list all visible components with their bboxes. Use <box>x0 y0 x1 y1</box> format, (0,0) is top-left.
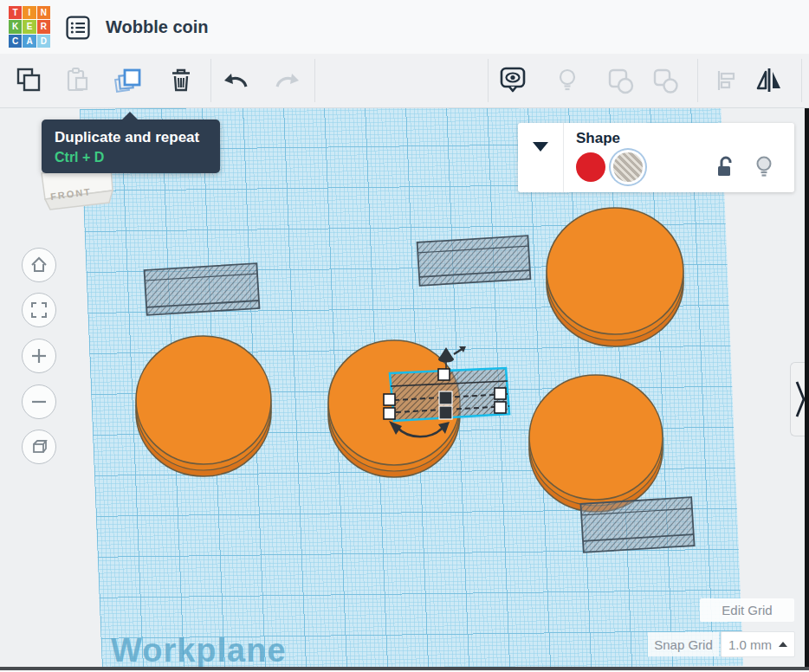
zoom-out-button[interactable] <box>22 384 56 419</box>
align-button[interactable] <box>706 61 746 100</box>
group-icon <box>603 63 637 98</box>
logo-letter: N <box>37 6 50 19</box>
hole-swatch[interactable] <box>613 152 643 182</box>
viewport[interactable]: Workplane <box>0 107 809 672</box>
inspector-title: Shape <box>576 130 782 147</box>
mirror-button[interactable] <box>749 61 789 100</box>
delete-icon <box>165 65 197 96</box>
design-title: Wobble coin <box>106 0 209 54</box>
design-menu-icon[interactable] <box>64 14 92 42</box>
snap-grid-select[interactable]: 1.0 mm <box>721 631 795 657</box>
tooltip-title: Duplicate and repeat <box>55 129 207 146</box>
minus-icon <box>29 391 49 412</box>
toolbar-separator <box>314 59 315 102</box>
duplicate-button[interactable] <box>109 61 149 100</box>
lightbulb-icon[interactable] <box>753 154 775 180</box>
paste-icon <box>61 65 93 96</box>
logo-letter: A <box>23 35 36 48</box>
ungroup-button[interactable] <box>645 61 685 100</box>
coin[interactable] <box>136 336 271 476</box>
hole-box[interactable] <box>417 236 531 286</box>
snap-grid-value: 1.0 mm <box>728 637 772 652</box>
copy-icon <box>13 65 44 96</box>
copy-button[interactable] <box>9 61 49 100</box>
toggle-visibility-button[interactable] <box>547 61 587 100</box>
plus-icon <box>29 346 49 366</box>
mirror-icon <box>752 63 786 98</box>
lightbulb-icon <box>552 65 583 96</box>
toolbar-separator <box>210 59 211 102</box>
perspective-toggle-button[interactable] <box>22 430 56 464</box>
hole-box[interactable] <box>145 263 260 315</box>
tinkercad-logo[interactable]: T I N K E R C A D <box>9 6 50 48</box>
toolbar-separator <box>488 59 489 102</box>
perspective-icon <box>29 436 49 457</box>
coin[interactable] <box>529 375 663 512</box>
coin[interactable] <box>547 208 683 346</box>
edit-grid-button[interactable]: Edit Grid <box>700 598 794 622</box>
group-button[interactable] <box>600 61 640 100</box>
logo-letter: T <box>9 6 22 19</box>
logo-letter: R <box>37 20 50 33</box>
ungroup-icon <box>648 63 683 98</box>
logo-letter: I <box>23 6 36 19</box>
chevron-down-icon <box>533 142 548 152</box>
tooltip-duplicate: Duplicate and repeat Ctrl + D <box>42 120 220 173</box>
redo-icon <box>270 64 303 97</box>
toolbar <box>0 54 809 108</box>
logo-letter: K <box>9 20 22 33</box>
fit-view-button[interactable] <box>22 293 56 327</box>
header: T I N K E R C A D Wobble coin <box>0 0 809 55</box>
tinkercad-window: T I N K E R C A D Wobble coin <box>0 0 809 672</box>
lock-open-icon[interactable] <box>715 155 737 179</box>
logo-letter: D <box>37 35 50 48</box>
snap-grid-label: Snap Grid <box>648 632 719 656</box>
delete-button[interactable] <box>161 61 201 100</box>
zoom-in-button[interactable] <box>22 339 56 373</box>
inspector-collapse-button[interactable] <box>518 123 564 192</box>
show-all-eye-icon <box>495 63 530 98</box>
paste-button[interactable] <box>57 61 97 100</box>
caret-up-icon <box>779 642 787 647</box>
duplicate-icon <box>112 63 146 98</box>
logo-letter: E <box>23 20 36 33</box>
home-view-button[interactable] <box>22 248 56 282</box>
tooltip-shortcut: Ctrl + D <box>55 150 207 165</box>
shape-inspector: Shape <box>518 123 794 192</box>
hole-box[interactable] <box>580 497 694 552</box>
toolbar-separator <box>697 59 698 102</box>
logo-letter: C <box>9 35 22 48</box>
redo-button[interactable] <box>267 61 307 100</box>
align-icon <box>710 65 741 96</box>
undo-icon <box>220 64 253 97</box>
fit-view-icon <box>29 300 49 320</box>
solid-color-swatch[interactable] <box>576 152 605 182</box>
toolbar-separator <box>801 59 802 102</box>
undo-button[interactable] <box>217 61 256 100</box>
home-icon <box>29 255 49 275</box>
show-all-button[interactable] <box>493 61 533 100</box>
collapsed-panel-edge <box>805 107 809 672</box>
